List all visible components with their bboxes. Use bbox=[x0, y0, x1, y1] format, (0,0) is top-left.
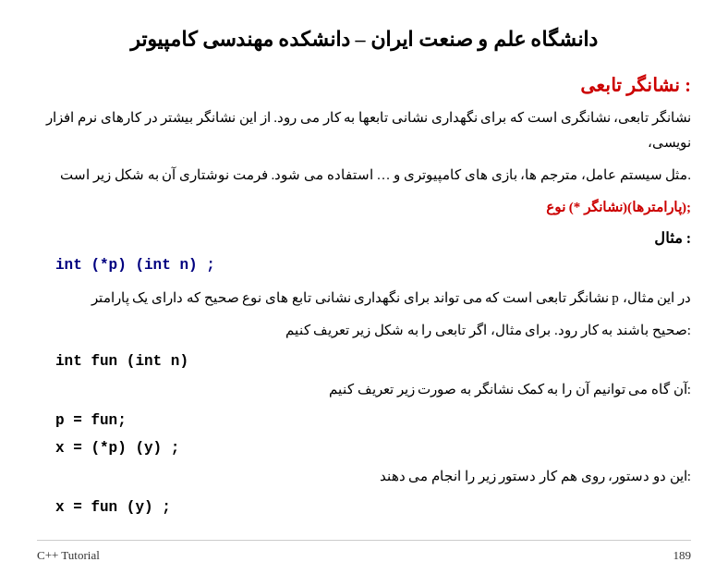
para4: :صحیح باشند به کار رود. برای مثال، اگر ت… bbox=[37, 318, 691, 343]
footer-right: 189 bbox=[673, 548, 692, 562]
example-label: : مثال bbox=[37, 229, 691, 247]
footer: C++ Tutorial 189 bbox=[37, 540, 691, 562]
page-title: دانشگاه علم و صنعت ایران – دانشکده مهندس… bbox=[37, 28, 691, 52]
section-title: : نشانگر تابعی bbox=[37, 74, 691, 96]
para3: در این مثال، p نشانگر تابعی است که می تو… bbox=[37, 286, 691, 311]
code2: int fun (int n) bbox=[37, 350, 691, 374]
para2: .مثل سیستم عامل، مترجم ها، بازی های کامپ… bbox=[37, 163, 691, 188]
code4: x = fun (y) ; bbox=[37, 496, 691, 520]
code3a: p = fun; bbox=[37, 409, 691, 434]
footer-left: C++ Tutorial bbox=[37, 548, 100, 562]
para6: :این دو دستور، روی هم کار دستور زیر را ا… bbox=[37, 464, 691, 489]
code1: int (*p) (int n) ; bbox=[37, 254, 691, 278]
format-code: ;(پارامترها)(نشانگر *) نوع bbox=[37, 195, 691, 220]
para5: :آن گاه می توانیم آن را به کمک نشانگر به… bbox=[37, 377, 691, 402]
code3b: x = (*p) (y) ; bbox=[37, 437, 691, 461]
para1: نشانگر تابعی، نشانگری است که برای نگهدار… bbox=[37, 105, 691, 155]
